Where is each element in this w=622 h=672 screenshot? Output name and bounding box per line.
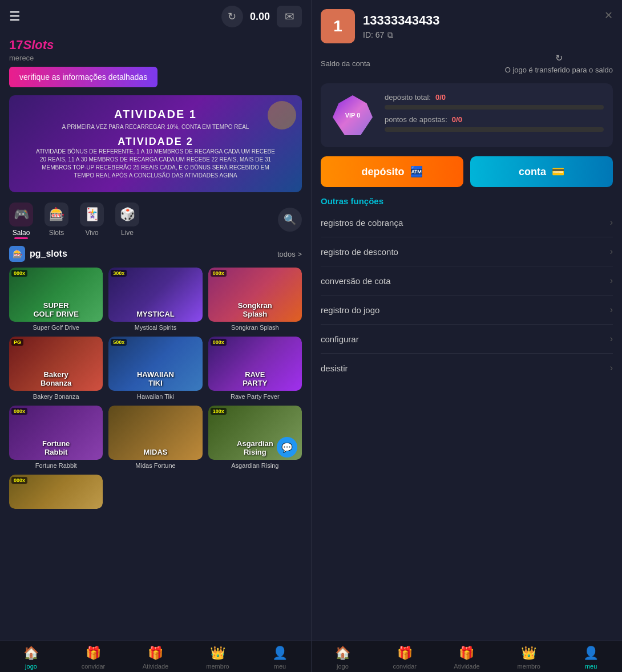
vip-bet-bar (385, 127, 604, 132)
tab-vivo[interactable]: 🃏 Vivo (80, 203, 104, 237)
promo-button[interactable]: verifique as informações detalhadas (9, 67, 157, 87)
game-badge-songkran: 000x (211, 270, 227, 277)
slots-icon: 🎰 (45, 203, 68, 226)
function-cobranca[interactable]: registros de cobrança › (321, 208, 613, 237)
membro-icon: 👑 (210, 646, 225, 661)
game-badge-fortune: 000x (11, 408, 27, 415)
left-nav-jogo[interactable]: 🏠 jogo (0, 646, 62, 670)
tab-slots[interactable]: 🎰 Slots (45, 203, 68, 237)
cota-label: conversão de cota (321, 276, 391, 286)
game-badge-mystery: 000x (11, 477, 27, 484)
game-card-hawaiian[interactable]: 500x HAWAIIANTIKI Hawaiian Tiki (108, 337, 202, 400)
right-nav-membro[interactable]: 👑 membro (498, 646, 560, 670)
right-meu-icon: 👤 (583, 646, 599, 661)
left-nav-membro[interactable]: 👑 membro (187, 646, 249, 670)
mail-button[interactable]: ✉ (277, 6, 302, 27)
right-bottom-nav: 🏠 jogo 🎁 convidar 🎁 Atividade 👑 membro 👤… (312, 641, 622, 672)
desistir-label: desistir (321, 363, 348, 373)
game-card-songkran[interactable]: 000x SongkranSplash Songkran Splash (208, 268, 302, 331)
function-registro-jogo[interactable]: registro do jogo › (321, 295, 613, 325)
deposito-icon: 🏧 (410, 165, 423, 178)
top-bar: ☰ ↻ 0.00 ✉ (0, 0, 311, 33)
game-card-mystery[interactable]: 000x (9, 475, 103, 509)
slots-label: Slots (49, 229, 64, 237)
game-thumb-mystical: 300x MYSTICAL (108, 268, 202, 322)
configurar-label: configurar (321, 334, 359, 344)
user-id: ID: 67 ⧉ (363, 30, 613, 40)
vivo-label: Vivo (85, 229, 98, 237)
game-label-asgardian: Asgardian Rising (208, 462, 302, 469)
convidar-icon: 🎁 (86, 646, 101, 661)
game-label-mystical: Mystical Spirits (108, 324, 202, 331)
hamburger-icon[interactable]: ☰ (9, 9, 21, 24)
banner-text1: A PRIMEIRA VEZ PARA RECARREGAR 10%, CONT… (62, 123, 249, 131)
cota-chevron: › (610, 276, 613, 286)
vip-deposit-val: 0/0 (435, 93, 446, 102)
vip-deposit-row: depósito total: 0/0 (385, 93, 604, 102)
close-icon[interactable]: ✕ (604, 9, 613, 22)
right-atividade-label: Atividade (454, 663, 479, 670)
right-nav-atividade[interactable]: 🎁 Atividade (436, 646, 498, 670)
game-label-midas: Midas Fortune (108, 462, 202, 469)
left-bottom-nav: 🏠 jogo 🎁 convidar 🎁 Atividade 👑 membro 👤… (0, 641, 311, 672)
game-card-asgardian[interactable]: 100x AsgardianRising Asgardian Rising 💬 (208, 406, 302, 469)
game-label-fortune: Fortune Rabbit (9, 462, 103, 469)
refresh-button[interactable]: ↻ (221, 6, 243, 27)
function-desistir[interactable]: desistir › (321, 354, 613, 382)
promo-number: 17 (9, 38, 23, 52)
function-cota[interactable]: conversão de cota › (321, 266, 613, 295)
meu-label: meu (274, 663, 286, 670)
left-nav-atividade[interactable]: 🎁 Atividade (124, 646, 187, 670)
live-label: Live (121, 229, 134, 237)
game-thumb-songkran: 000x SongkranSplash (208, 268, 302, 322)
game-badge-rave: 000x (211, 339, 227, 346)
deposito-button[interactable]: depósito 🏧 (321, 156, 463, 187)
vip-deposit-label: depósito total: (385, 93, 431, 102)
function-configurar[interactable]: configurar › (321, 325, 613, 354)
game-card-super-golf[interactable]: 000x SUPERGOLF DRIVE Super Golf Drive (9, 268, 103, 331)
game-thumb-rave: 000x RAVEPARTY (208, 337, 302, 391)
function-desconto[interactable]: registro de desconto › (321, 237, 613, 266)
registro-jogo-label: registro do jogo (321, 305, 379, 315)
chat-icon[interactable]: 💬 (277, 437, 297, 458)
saldo-item: Saldo da conta (321, 59, 370, 68)
promo-slots: Slots (23, 38, 54, 52)
game-card-midas[interactable]: MIDAS Midas Fortune (108, 406, 202, 469)
game-card-mystical[interactable]: 300x MYSTICAL Mystical Spirits (108, 268, 202, 331)
desconto-chevron: › (610, 246, 613, 257)
game-thumb-mystery: 000x (9, 475, 103, 509)
vip-info: depósito total: 0/0 pontos de apostas: 0… (385, 93, 604, 137)
conta-button[interactable]: conta 💳 (470, 156, 613, 187)
game-title-mystical: MYSTICAL (108, 310, 202, 318)
right-meu-label: meu (585, 663, 597, 670)
pg-slots-icon: 🎰 (9, 246, 25, 262)
todos-button[interactable]: todos > (277, 250, 302, 258)
game-label-hawaiian: Hawaiian Tiki (108, 393, 202, 400)
game-badge-bakery: PG (11, 339, 23, 346)
membro-label: membro (206, 663, 229, 670)
game-title-bakery: BakeryBonanza (9, 370, 103, 387)
left-nav-meu[interactable]: 👤 meu (249, 646, 311, 670)
game-card-bakery[interactable]: PG BakeryBonanza Bakery Bonanza (9, 337, 103, 400)
vip-level: VIP 0 (345, 112, 361, 119)
right-nav-jogo[interactable]: 🏠 jogo (312, 646, 374, 670)
configurar-chevron: › (610, 334, 613, 344)
tab-live[interactable]: 🎲 Live (115, 203, 139, 237)
other-functions-title: Outras funções (321, 196, 613, 206)
banner-activity2: ATIVIDADE 2 (118, 136, 193, 148)
game-card-fortune[interactable]: 000x FortuneRabbit Fortune Rabbit (9, 406, 103, 469)
nav-tabs: 🎮 Salao 🎰 Slots 🃏 Vivo 🎲 Live 🔍 (0, 198, 311, 241)
copy-icon[interactable]: ⧉ (387, 30, 393, 40)
right-membro-icon: 👑 (521, 646, 536, 661)
game-card-rave[interactable]: 000x RAVEPARTY Rave Party Fever (208, 337, 302, 400)
promo-title: 17Slots (9, 38, 302, 52)
right-nav-meu[interactable]: 👤 meu (560, 646, 622, 670)
tab-salao[interactable]: 🎮 Salao (9, 203, 33, 237)
balance-refresh-icon[interactable]: ↻ (555, 52, 563, 63)
right-nav-convidar[interactable]: 🎁 convidar (374, 646, 436, 670)
slots-section: 🎰 pg_slots todos > 000x SUPERGOLF DRIVE … (0, 241, 311, 641)
desistir-chevron: › (610, 363, 613, 373)
conta-icon: 💳 (552, 165, 564, 178)
left-nav-convidar[interactable]: 🎁 convidar (62, 646, 124, 670)
search-button[interactable]: 🔍 (278, 208, 302, 232)
